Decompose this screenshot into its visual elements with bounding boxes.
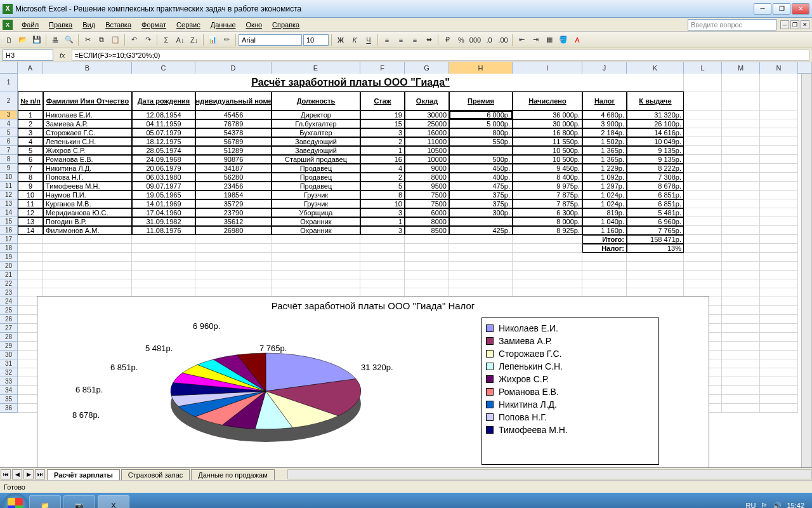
cell-D18[interactable] xyxy=(195,244,272,253)
cell-B14[interactable]: Меридианова Ю.С. xyxy=(43,208,132,217)
cell-N21[interactable] xyxy=(760,271,798,279)
cell-I10[interactable]: 8 400р. xyxy=(513,173,582,182)
cell-J21[interactable] xyxy=(582,271,627,279)
cell-A2[interactable]: № п/п xyxy=(18,91,43,110)
cell-K13[interactable]: 6 851р. xyxy=(627,199,684,208)
row-header[interactable]: 14 xyxy=(0,208,18,217)
cell-C13[interactable]: 14.01.1969 xyxy=(132,199,195,208)
indent-right-icon[interactable]: ⇥ xyxy=(529,34,542,46)
cell-G22[interactable] xyxy=(405,279,449,288)
cell-E15[interactable]: Охранник xyxy=(272,217,360,226)
column-header-J[interactable]: J xyxy=(582,62,627,74)
cell-B15[interactable]: Погодин В.Р. xyxy=(43,217,132,226)
row-header[interactable]: 23 xyxy=(0,288,18,297)
name-box[interactable]: H3 xyxy=(3,50,53,61)
cell-D17[interactable] xyxy=(195,235,272,244)
sum-icon[interactable]: Σ xyxy=(160,34,173,46)
cell-E17[interactable] xyxy=(272,235,360,244)
row-header[interactable]: 26 xyxy=(0,315,18,324)
cell-L11[interactable] xyxy=(684,182,722,190)
cell-J2[interactable]: Налог xyxy=(582,91,627,110)
pie-chart[interactable]: Расчёт заработной платы ООО "Гиада" Нало… xyxy=(37,296,709,467)
fx-icon[interactable]: fx xyxy=(56,51,69,59)
cell-H19[interactable] xyxy=(449,253,513,262)
cell-D22[interactable] xyxy=(195,279,272,288)
menu-вставка[interactable]: Вставка xyxy=(100,20,136,30)
cell-I16[interactable]: 8 925р. xyxy=(513,226,582,235)
bold-icon[interactable]: Ж xyxy=(334,34,347,46)
horizontal-scrollbar[interactable] xyxy=(287,469,812,479)
column-header-I[interactable]: I xyxy=(513,62,582,74)
cell-J11[interactable]: 1 297р. xyxy=(582,182,627,190)
cell-M34[interactable] xyxy=(722,386,760,395)
row-header[interactable]: 4 xyxy=(0,119,18,128)
cell-G4[interactable]: 25000 xyxy=(405,119,449,128)
cell-J4[interactable]: 3 900р. xyxy=(582,119,627,128)
cell-F19[interactable] xyxy=(360,253,405,262)
cell-J8[interactable]: 1 365р. xyxy=(582,155,627,164)
cell-N16[interactable] xyxy=(760,226,798,235)
cell-J16[interactable]: 1 160р. xyxy=(582,226,627,235)
cell-G12[interactable]: 7500 xyxy=(405,190,449,199)
cell-D12[interactable]: 19854 xyxy=(195,190,272,199)
cell-K20[interactable] xyxy=(627,262,684,271)
cell-A12[interactable]: 10 xyxy=(18,190,43,199)
paste-icon[interactable]: 📋 xyxy=(109,34,122,46)
row-header[interactable]: 19 xyxy=(0,253,18,262)
align-center-icon[interactable]: ≡ xyxy=(395,34,407,46)
cell-M15[interactable] xyxy=(722,217,760,226)
cell-N14[interactable] xyxy=(760,208,798,217)
underline-icon[interactable]: Ч xyxy=(362,34,375,46)
cell-K11[interactable]: 8 678р. xyxy=(627,182,684,190)
cell-J6[interactable]: 1 502р. xyxy=(582,137,627,146)
cell-L21[interactable] xyxy=(684,271,722,279)
cell-A5[interactable]: 3 xyxy=(18,128,43,137)
minimize-button[interactable]: ─ xyxy=(754,3,771,15)
cell-D19[interactable] xyxy=(195,253,272,262)
cell-I8[interactable]: 10 500р. xyxy=(513,155,582,164)
menu-окно[interactable]: Окно xyxy=(241,20,268,30)
cell-M17[interactable] xyxy=(722,235,760,244)
row-header[interactable]: 11 xyxy=(0,182,18,190)
cell-E14[interactable]: Уборщица xyxy=(272,208,360,217)
cell-L13[interactable] xyxy=(684,199,722,208)
cell-B6[interactable]: Лепенькин С.Н. xyxy=(43,137,132,146)
font-size-select[interactable] xyxy=(303,34,329,46)
cell-A9[interactable]: 7 xyxy=(18,164,43,173)
cell-N12[interactable] xyxy=(760,190,798,199)
cell-L7[interactable] xyxy=(684,146,722,155)
cell-M8[interactable] xyxy=(722,155,760,164)
cell-A13[interactable]: 11 xyxy=(18,199,43,208)
tray-lang[interactable]: RU xyxy=(746,502,756,508)
column-header-H[interactable]: H xyxy=(449,62,513,74)
comma-icon[interactable]: 000 xyxy=(469,34,481,46)
cell-L14[interactable] xyxy=(684,208,722,217)
cell-M28[interactable] xyxy=(722,333,760,342)
cell-H16[interactable]: 425р. xyxy=(449,226,513,235)
sheet-tab[interactable]: Данные по продажам xyxy=(191,469,274,480)
cell-D20[interactable] xyxy=(195,262,272,271)
italic-icon[interactable]: К xyxy=(348,34,361,46)
cell-A3[interactable]: 1 xyxy=(18,110,43,119)
cell-C21[interactable] xyxy=(132,271,195,279)
cell-D3[interactable]: 45456 xyxy=(195,110,272,119)
column-header-G[interactable]: G xyxy=(405,62,449,74)
menu-вид[interactable]: Вид xyxy=(77,20,100,30)
cell-F10[interactable]: 2 xyxy=(360,173,405,182)
cell-G13[interactable]: 7500 xyxy=(405,199,449,208)
decrease-decimal-icon[interactable]: .0 xyxy=(483,34,495,46)
cell-B20[interactable] xyxy=(43,262,132,271)
row-header[interactable]: 8 xyxy=(0,155,18,164)
cell-F5[interactable]: 3 xyxy=(360,128,405,137)
tab-last-icon[interactable]: ⏭ xyxy=(35,469,45,479)
column-header-B[interactable]: B xyxy=(43,62,132,74)
cell-C10[interactable]: 06.03.1980 xyxy=(132,173,195,182)
cell-J5[interactable]: 2 184р. xyxy=(582,128,627,137)
row-header[interactable]: 28 xyxy=(0,333,18,342)
column-header-C[interactable]: C xyxy=(132,62,195,74)
cell-M29[interactable] xyxy=(722,342,760,351)
cell-F9[interactable]: 4 xyxy=(360,164,405,173)
cell-H14[interactable]: 300р. xyxy=(449,208,513,217)
row-header[interactable]: 7 xyxy=(0,146,18,155)
cell-A1[interactable]: Расчёт заработной платы ООО "Гиада" xyxy=(18,74,684,91)
